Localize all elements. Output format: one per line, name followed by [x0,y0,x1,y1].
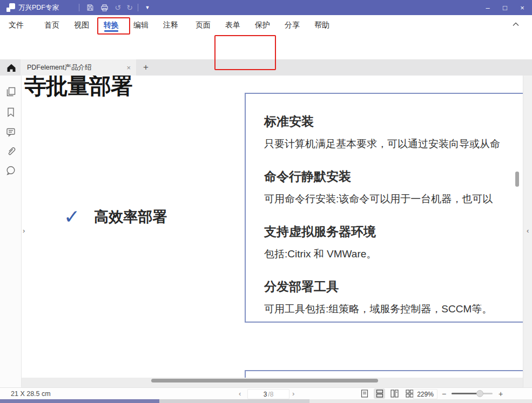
feature-row: ✓ 高效率部署 [64,207,167,227]
save-icon [86,4,94,11]
close-button[interactable]: × [514,0,530,15]
plus-icon: + [499,390,503,398]
feature-label: 高效率部署 [94,207,167,227]
titlebar-divider [138,4,138,11]
section-title: 标准安装 [264,113,523,130]
section-body: 只要计算机满足基本要求，可以通过安装向导或从命 [264,137,523,151]
facing-pages-icon [390,390,399,398]
bookmark-icon [5,107,16,118]
home-icon [6,63,17,73]
menu-item-view[interactable]: 视图 [74,15,89,35]
print-button[interactable] [97,0,111,15]
app-window: 万兴PDF专家 ↺ ↻ ▼ – □ × 文件 首页 视图 转换 编辑 [0,0,532,403]
app-logo-icon [6,3,15,12]
content-box: 标准安装 只要计算机满足基本要求，可以通过安装向导或从命 命令行静默安装 可用命… [245,93,523,323]
section-title: 支持虚拟服务器环境 [264,223,523,240]
page-size-label: 21 X 28.5 cm [11,390,51,398]
tab-close-button[interactable]: × [123,64,131,72]
new-tab-button[interactable]: + [139,60,152,74]
document-tab[interactable]: PDFelement产品介绍 × [21,59,136,76]
menu-item-home[interactable]: 首页 [44,15,59,35]
paperclip-icon [5,146,16,157]
app-title: 万兴PDF专家 [18,0,59,15]
continuous-scroll-icon [376,390,383,398]
undo-button[interactable]: ↺ [111,0,124,15]
menu-bar: 文件 首页 视图 转换 编辑 注释 页面 表单 保护 分享 帮助 [0,15,532,35]
bookmarks-panel-button[interactable] [5,107,16,118]
section-body: 包括:Citrix 和 VMWare。 [264,247,523,261]
doc-section: 分发部署工具 可用工具包括:组策略，域服务控制器，SCCM等。 [264,278,523,316]
thumbnails-panel-button[interactable] [5,86,16,97]
comments-panel-button[interactable] [5,127,16,138]
comment-icon [5,127,16,138]
tab-title: PDFelement产品介绍 [27,63,123,72]
current-page: 3 [264,391,267,398]
view-continuous-button[interactable] [374,388,385,399]
zoom-out-button[interactable]: − [442,388,446,399]
tool-bar: OCR OCR 区域OCR 压缩PDF W X [0,35,532,59]
page-title: 寺批量部署 [24,76,132,101]
chevron-up-icon [512,22,520,27]
undo-icon: ↺ [115,3,121,12]
status-bar: 21 X 28.5 cm ‹ 3 /8 › 229% − [0,387,532,399]
menu-item-page[interactable]: 页面 [196,15,211,35]
window-horizontal-scrollbar[interactable] [0,399,532,403]
scrollbar-track-segment [159,399,309,403]
minus-icon: − [442,390,446,398]
titlebar-divider [79,4,79,11]
section-title: 分发部署工具 [264,278,523,295]
document-horizontal-scrollbar[interactable] [22,378,523,387]
chevron-left-icon: ‹ [239,390,241,398]
attachments-panel-button[interactable] [5,146,16,157]
doc-section: 命令行静默安装 可用命令行安装:该命令可以用于一台机器，也可以 [264,168,523,206]
zoom-in-button[interactable]: + [499,388,503,399]
menu-item-share[interactable]: 分享 [285,15,300,35]
minimize-button[interactable]: – [480,0,496,15]
redo-button[interactable]: ↻ [123,0,136,15]
total-pages: /8 [268,391,273,398]
zoom-slider-handle[interactable] [476,390,483,397]
window-scrollbar-thumb[interactable] [0,399,159,403]
print-icon [100,4,109,12]
maximize-button[interactable]: □ [497,0,513,15]
right-panel-expander[interactable]: ‹ [527,227,529,235]
next-page-button[interactable]: › [292,388,294,399]
menu-item-help[interactable]: 帮助 [314,15,329,35]
left-panel-expander[interactable]: › [23,227,25,235]
view-facing-pages-button[interactable] [389,388,400,399]
document-page: 寺批量部署 标准安装 只要计算机满足基本要求，可以通过安装向导或从命 命令行静默… [22,76,523,387]
grid-view-icon [406,390,414,398]
menu-item-form[interactable]: 表单 [225,15,240,35]
vertical-scrollbar-thumb[interactable] [515,172,519,187]
menu-item-edit[interactable]: 编辑 [133,15,149,35]
chevron-right-icon: › [292,390,294,398]
right-rail: ‹ [523,76,532,387]
section-body: 可用工具包括:组策略，域服务控制器，SCCM等。 [264,302,523,316]
redo-icon: ↻ [126,3,133,12]
prev-page-button[interactable]: ‹ [239,388,241,399]
collapse-ribbon-button[interactable] [512,22,520,27]
save-button[interactable] [83,0,97,15]
view-mode-group [359,388,415,399]
title-bar: 万兴PDF专家 ↺ ↻ ▼ – □ × [0,0,532,15]
zoom-slider-fill [452,393,480,394]
menu-item-convert[interactable]: 转换 [104,15,119,35]
zoom-slider[interactable] [452,393,493,394]
page-number-box[interactable]: 3 /8 [247,389,289,399]
doc-section: 支持虚拟服务器环境 包括:Citrix 和 VMWare。 [264,223,523,261]
menu-item-protect[interactable]: 保护 [255,15,270,35]
left-sidebar [0,76,22,387]
checkmark-icon: ✓ [64,207,80,227]
section-body: 可用命令行安装:该命令可以用于一台机器，也可以 [264,192,523,206]
search-panel-button[interactable] [5,165,16,176]
horizontal-scrollbar-thumb[interactable] [151,379,378,382]
zoom-level-box[interactable]: 229% [413,389,437,399]
home-button[interactable] [5,62,18,73]
single-page-icon [361,390,368,398]
quick-access-dropdown-button[interactable]: ▼ [140,0,154,15]
section-title: 命令行静默安装 [264,168,523,185]
menu-item-comment[interactable]: 注释 [163,15,178,35]
menu-item-file[interactable]: 文件 [9,15,24,35]
chat-bubble-icon [5,165,16,176]
view-single-page-button[interactable] [359,388,370,399]
